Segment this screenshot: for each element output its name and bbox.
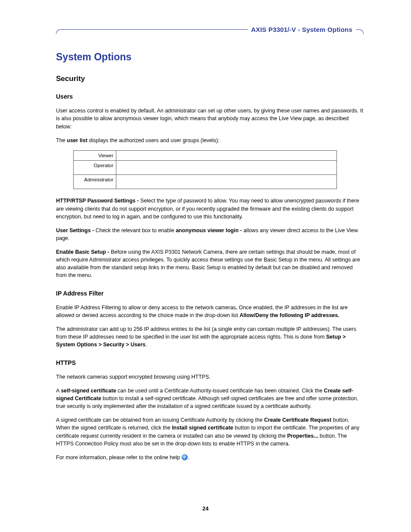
user-settings-paragraph: User Settings - Check the relevant box t… [56,227,364,242]
level-admin-label: Administrator [74,175,116,189]
page-number: 24 [0,505,411,513]
table-row: Operator [74,161,337,175]
create-cert-request-term: Create Certificate Request [264,417,331,423]
header-rule-right [359,29,364,34]
text: Check the relevant box to enable [96,227,176,233]
basic-setup-label: Enable Basic Setup - [56,249,111,255]
text: For more information, please refer to th… [56,454,181,460]
level-operator-desc [116,161,337,175]
https-paragraph-3: A signed certificate can be obtained fro… [56,416,364,448]
http-rtsp-label: HTTP/RTSP Password Settings - [56,198,140,204]
level-viewer-label: Viewer [74,150,116,161]
self-signed-term: self-signed certificate [61,388,116,394]
svg-text:?: ? [184,455,186,460]
table-row: Administrator [74,175,337,189]
https-paragraph-4: For more information, please refer to th… [56,454,364,461]
ip-filter-paragraph-1: Enable IP Address Filtering to allow or … [56,304,364,319]
section-security-heading: Security [56,74,364,84]
text: button to install a self-signed certific… [56,395,358,409]
users-intro-paragraph: User access control is enabled by defaul… [56,107,364,130]
table-row: Viewer [74,150,337,161]
text: A signed certificate can be obtained fro… [56,417,264,423]
text: The [56,137,67,143]
help-icon: ? [181,454,188,460]
properties-term: Properties... [287,433,318,439]
page-title: System Options [56,50,364,64]
text: displays the authorized users and user g… [87,137,219,143]
text: . [188,454,189,460]
users-heading: Users [56,92,364,101]
ip-filter-paragraph-2: The administrator can add up to 256 IP a… [56,325,364,348]
ip-filter-heading: IP Address Filter [56,289,364,298]
user-levels-table: Viewer Operator Administrator [73,150,337,190]
anon-login-term: anonymous viewer login - [176,227,243,233]
http-rtsp-paragraph: HTTP/RTSP Password Settings - Select the… [56,197,364,220]
user-list-term: user list [67,137,87,143]
level-admin-desc [116,175,337,189]
text: The administrator can add up to 256 IP a… [56,326,356,340]
https-paragraph-2: A self-signed certificate can be used un… [56,387,364,410]
https-heading: HTTPS [56,358,364,367]
https-paragraph-1: The network cameras support encrypted br… [56,373,364,381]
page-header: AXIS P3301/-V - System Options [56,24,364,35]
user-settings-label: User Settings - [56,227,96,233]
level-operator-label: Operator [74,161,116,175]
running-title: AXIS P3301/-V - System Options [248,25,356,34]
allow-deny-term: Allow/Deny the following IP addresses. [240,312,339,318]
install-signed-term: Install signed certificate [172,425,233,431]
level-viewer-desc [116,150,337,161]
text: . [146,342,147,348]
text: A [56,388,61,394]
basic-setup-paragraph: Enable Basic Setup - Before using the AX… [56,248,364,280]
users-list-intro: The user list displays the authorized us… [56,137,364,144]
header-rule-left [56,29,61,34]
text: can be used until a Certificate Authorit… [116,388,324,394]
text: Enable IP Address Filtering to allow or … [56,305,236,311]
